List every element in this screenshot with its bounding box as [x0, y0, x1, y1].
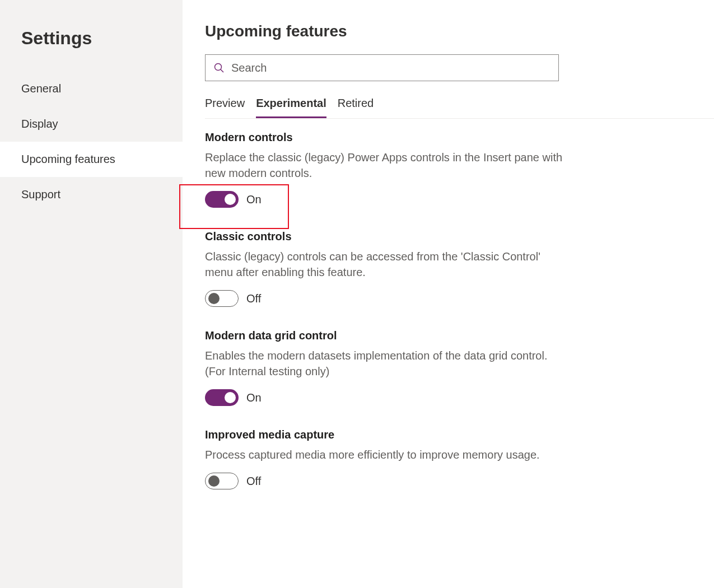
feature-modern-controls: Modern controls Replace the classic (leg… — [205, 131, 563, 208]
feature-title: Modern data grid control — [205, 329, 563, 342]
sidebar-item-upcoming-features[interactable]: Upcoming features — [0, 142, 183, 177]
feature-improved-media-capture: Improved media capture Process captured … — [205, 428, 563, 489]
toggle-state-label: On — [246, 193, 262, 206]
tabs: Preview Experimental Retired — [205, 97, 714, 119]
toggle-knob — [225, 392, 236, 403]
toggle-improved-media-capture[interactable] — [205, 473, 239, 489]
search-box[interactable] — [205, 54, 559, 81]
toggle-state-label: Off — [246, 292, 261, 305]
toggle-modern-controls[interactable] — [205, 191, 239, 208]
feature-modern-data-grid: Modern data grid control Enables the mod… — [205, 329, 563, 406]
toggle-state-label: Off — [246, 475, 261, 488]
feature-title: Improved media capture — [205, 428, 563, 441]
toggle-knob — [208, 475, 220, 487]
toggle-knob — [208, 293, 220, 304]
page-title: Upcoming features — [205, 22, 714, 40]
sidebar-item-display[interactable]: Display — [0, 106, 183, 142]
svg-line-1 — [221, 69, 223, 72]
tab-retired[interactable]: Retired — [338, 97, 374, 118]
svg-point-0 — [215, 64, 222, 71]
toggle-modern-data-grid[interactable] — [205, 389, 239, 406]
toggle-state-label: On — [246, 391, 262, 404]
feature-description: Classic (legacy) controls can be accesse… — [205, 249, 563, 280]
feature-description: Replace the classic (legacy) Power Apps … — [205, 150, 563, 181]
search-icon — [213, 62, 225, 73]
toggle-row: On — [205, 389, 563, 406]
tab-experimental[interactable]: Experimental — [256, 97, 326, 118]
toggle-knob — [225, 194, 236, 205]
toggle-row: On — [205, 191, 563, 208]
sidebar-title: Settings — [0, 28, 183, 71]
feature-classic-controls: Classic controls Classic (legacy) contro… — [205, 230, 563, 307]
feature-title: Modern controls — [205, 131, 563, 144]
toggle-classic-controls[interactable] — [205, 290, 239, 307]
main-content: Upcoming features Preview Experimental R… — [183, 0, 714, 588]
sidebar: Settings General Display Upcoming featur… — [0, 0, 183, 588]
feature-description: Process captured media more efficiently … — [205, 447, 563, 463]
feature-description: Enables the modern datasets implementati… — [205, 348, 563, 379]
tab-preview[interactable]: Preview — [205, 97, 245, 118]
toggle-row: Off — [205, 473, 563, 489]
sidebar-item-general[interactable]: General — [0, 71, 183, 106]
toggle-row: Off — [205, 290, 563, 307]
feature-title: Classic controls — [205, 230, 563, 243]
sidebar-item-support[interactable]: Support — [0, 177, 183, 212]
search-input[interactable] — [231, 62, 550, 74]
